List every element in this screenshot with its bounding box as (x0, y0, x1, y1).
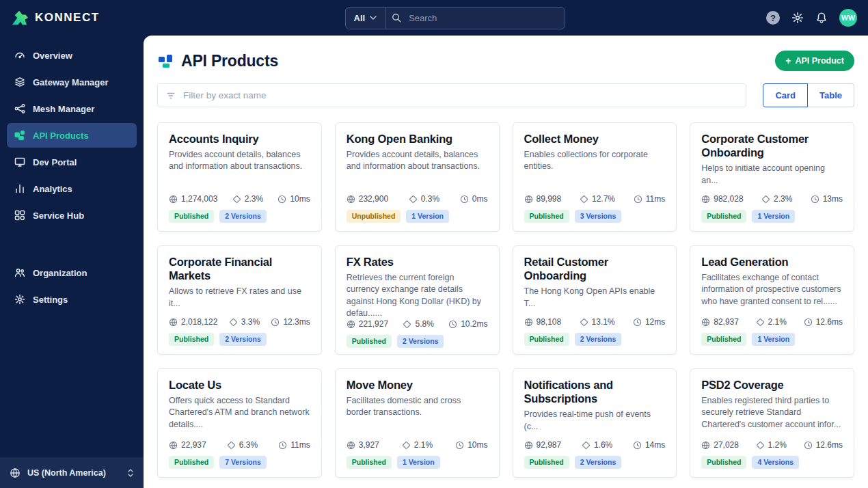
clock-icon (460, 195, 469, 204)
latency-stat: 10ms (455, 440, 487, 450)
error-rate-value: 5.8% (415, 319, 433, 329)
search-scope-dropdown[interactable]: All (353, 8, 386, 29)
sidebar-item-overview[interactable]: Overview (7, 43, 137, 68)
sidebar-item-service-hub[interactable]: Service Hub (7, 203, 137, 228)
latency-stat: 12.6ms (804, 317, 843, 327)
card-title: Corporate Financial Markets (169, 255, 310, 282)
clock-icon (634, 195, 642, 204)
globe-icon (701, 441, 710, 450)
card-title: PSD2 Coverage (701, 378, 843, 392)
card-view-button[interactable]: Card (763, 83, 808, 107)
api-product-card[interactable]: Locate Us Offers quick access to Standar… (157, 368, 322, 478)
table-view-button[interactable]: Table (808, 83, 854, 107)
traffic-value: 98,108 (537, 317, 562, 327)
latency-stat: 12ms (633, 317, 665, 327)
plus-icon: + (785, 56, 791, 66)
card-badges: Published 1 Version (701, 210, 843, 223)
api-product-card[interactable]: Accounts Inquiry Provides account detail… (157, 122, 322, 232)
versions-badge: 2 Versions (219, 333, 267, 346)
main-content: API Products + API Product Card Table (144, 36, 868, 488)
error-rate-stat: 2.1% (756, 317, 787, 327)
sidebar-item-organization[interactable]: Organization (7, 260, 137, 285)
clock-icon (633, 318, 642, 327)
search-input[interactable] (407, 12, 557, 24)
latency-value: 11ms (646, 194, 665, 204)
notifications-bell-button[interactable] (815, 12, 828, 24)
error-rate-stat: 5.8% (403, 319, 433, 329)
filter-input[interactable] (182, 90, 737, 101)
add-api-product-button[interactable]: + API Product (775, 51, 854, 71)
versions-badge: 1 Version (406, 210, 449, 223)
settings-gear-button[interactable] (791, 12, 804, 24)
versions-badge: 7 Versions (219, 456, 267, 469)
diamond-icon (402, 441, 411, 450)
sidebar-item-analytics[interactable]: Analytics (7, 176, 137, 201)
api-product-card[interactable]: Notifications and Subscriptions Provides… (513, 368, 677, 478)
traffic-stat: 22,937 (169, 440, 206, 450)
versions-badge: 4 Versions (752, 456, 799, 469)
sidebar-item-mesh-manager[interactable]: Mesh Manager (7, 96, 137, 121)
sidebar-item-settings[interactable]: Settings (7, 287, 137, 312)
api-product-card[interactable]: Kong Open Banking Provides account detai… (335, 122, 500, 232)
versions-badge: 2 Versions (219, 210, 267, 223)
latency-stat: 0ms (460, 194, 488, 204)
kong-logo-icon (11, 10, 29, 26)
traffic-stat: 3,927 (347, 440, 379, 450)
latency-value: 12.3ms (283, 317, 310, 327)
user-avatar[interactable]: WW (839, 9, 857, 27)
sidebar-item-api-products[interactable]: API Products (7, 123, 137, 148)
latency-stat: 10.2ms (448, 319, 487, 329)
status-badge: Published (701, 333, 746, 346)
globe-icon (524, 195, 533, 204)
error-rate-value: 6.3% (239, 440, 258, 450)
topbar: KONNECT All ? (0, 0, 868, 36)
service-hub-icon (14, 210, 25, 221)
diamond-icon (756, 441, 765, 450)
api-product-card[interactable]: Move Money Facilitates domestic and cros… (335, 368, 500, 478)
card-description: Enables collections for corporate entiti… (524, 149, 666, 173)
traffic-stat: 221,927 (347, 319, 388, 329)
search-icon (392, 13, 401, 23)
card-badges: Unpublished 1 Version (347, 210, 488, 223)
api-product-card[interactable]: Corporate Customer Onboarding Helps to i… (690, 122, 854, 232)
clock-icon (448, 320, 457, 329)
error-rate-value: 12.7% (592, 194, 615, 204)
card-title: Retail Customer Onboarding (524, 255, 666, 282)
diamond-icon (761, 195, 770, 204)
api-product-card[interactable]: Corporate Financial Markets Allows to re… (157, 245, 322, 355)
card-stats: 232,900 0.3% 0ms (347, 194, 488, 204)
sidebar-item-label: Analytics (33, 184, 72, 194)
mesh-icon (14, 103, 25, 114)
api-product-card[interactable]: Retail Customer Onboarding The Hong Kong… (513, 245, 677, 355)
add-api-product-label: API Product (795, 56, 844, 66)
error-rate-stat: 2.3% (761, 194, 792, 204)
latency-stat: 12.3ms (271, 317, 310, 327)
sidebar-item-gateway-manager[interactable]: Gateway Manager (7, 70, 137, 94)
help-button[interactable]: ? (766, 11, 780, 25)
error-rate-value: 0.3% (421, 194, 439, 204)
clock-icon (804, 441, 813, 450)
traffic-stat: 1,274,003 (169, 194, 217, 204)
card-stats: 27,028 1.2% 12.6ms (701, 440, 843, 450)
api-product-card[interactable]: Lead Generation Facilitates exchange of … (690, 245, 854, 355)
chevron-down-icon (370, 16, 377, 20)
globe-icon (10, 467, 21, 478)
api-product-card[interactable]: PSD2 Coverage Enables registered third p… (690, 368, 854, 478)
sidebar-item-label: Settings (33, 295, 68, 305)
latency-stat: 11ms (278, 440, 310, 450)
clock-icon (277, 195, 286, 204)
versions-badge: 2 Versions (397, 335, 444, 348)
latency-value: 13ms (823, 194, 843, 204)
global-search[interactable]: All (345, 7, 565, 29)
sidebar-item-label: API Products (33, 131, 89, 141)
card-badges: Published 2 Versions (524, 333, 666, 346)
brand-home-link[interactable]: KONNECT (0, 10, 144, 26)
region-selector[interactable]: US (North America) (0, 457, 144, 488)
organization-icon (14, 267, 25, 278)
api-product-card[interactable]: Collect Money Enables collections for co… (513, 122, 677, 232)
diamond-icon (582, 441, 591, 450)
api-product-card[interactable]: FX Rates Retrieves the current foreign c… (335, 245, 500, 355)
error-rate-stat: 1.2% (756, 440, 787, 450)
sidebar-item-dev-portal[interactable]: Dev Portal (7, 150, 137, 174)
versions-badge: 2 Versions (575, 333, 622, 346)
